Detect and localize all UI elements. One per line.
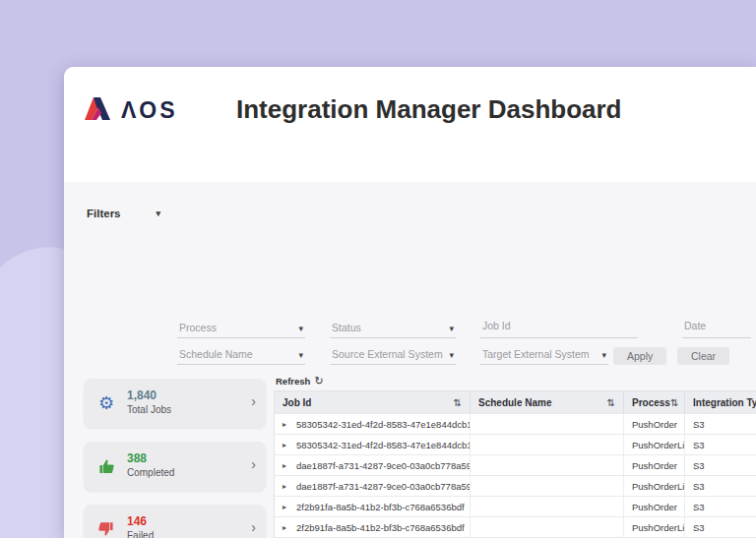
refresh-control[interactable]: Refresh ↻ bbox=[276, 375, 324, 388]
table-row[interactable]: ▸ 2f2b91fa-8a5b-41b2-bf3b-c768a6536bdf P… bbox=[275, 496, 756, 516]
status-select[interactable]: Status ▾ bbox=[330, 317, 456, 338]
source-external-system-select[interactable]: Source External System ▾ bbox=[330, 343, 456, 365]
filters-toggle[interactable]: Filters ▾ bbox=[87, 208, 160, 219]
cell-job-id: 2f2b91fa-8a5b-41b2-bf3b-c768a6536bdf bbox=[296, 522, 465, 533]
cell-job-id-wrap: ▸ dae1887f-a731-4287-9ce0-03a0cb778a59 bbox=[275, 455, 471, 475]
expand-icon[interactable]: ▸ bbox=[283, 441, 292, 449]
cell-integration-type: S3 bbox=[685, 435, 756, 454]
table-row[interactable]: ▸ 2f2b91fa-8a5b-41b2-bf3b-c768a6536bdf P… bbox=[275, 516, 756, 537]
target-external-system-value: Target External System bbox=[482, 348, 590, 360]
expand-icon[interactable]: ▸ bbox=[283, 482, 292, 491]
logo-text: ΛOS bbox=[121, 97, 178, 124]
chevron-down-icon: ▾ bbox=[449, 350, 454, 360]
table-row[interactable]: ▸ 58305342-31ed-4f2d-8583-47e1e844dcb1 P… bbox=[275, 434, 756, 454]
column-label: Integration Type bbox=[693, 397, 756, 408]
cell-job-id: 58305342-31ed-4f2d-8583-47e1e844dcb1 bbox=[296, 419, 471, 430]
chevron-right-icon: › bbox=[251, 393, 256, 409]
table-row[interactable]: ▸ dae1887f-a731-4287-9ce0-03a0cb778a59 P… bbox=[275, 475, 756, 496]
app-window: ΛOS Integration Manager Dashboard Filter… bbox=[64, 67, 756, 538]
page-title: Integration Manager Dashboard bbox=[236, 94, 622, 125]
chevron-down-icon: ▾ bbox=[601, 350, 606, 360]
chevron-down-icon: ▾ bbox=[298, 324, 303, 333]
sort-icon[interactable]: ⇅ bbox=[607, 397, 615, 408]
cell-integration-type: S3 bbox=[685, 517, 756, 537]
stat-card-completed[interactable]: 388 Completed › bbox=[84, 442, 266, 491]
schedule-name-select[interactable]: Schedule Name ▾ bbox=[177, 343, 305, 365]
column-header-integration-type[interactable]: Integration Type bbox=[685, 391, 756, 413]
apply-button[interactable]: Apply bbox=[613, 347, 666, 365]
column-label: Process bbox=[632, 397, 670, 408]
sort-icon[interactable]: ⇅ bbox=[670, 397, 678, 408]
stat-label: Failed bbox=[127, 530, 154, 538]
cell-integration-type: S3 bbox=[685, 414, 756, 434]
cell-integration-type: S3 bbox=[685, 476, 756, 496]
cell-process: PushOrderLi... bbox=[624, 435, 685, 454]
column-header-job-id[interactable]: Job Id ⇅ bbox=[275, 391, 471, 413]
stat-label: Total Jobs bbox=[127, 404, 171, 415]
table-row[interactable]: ▸ dae1887f-a731-4287-9ce0-03a0cb778a59 P… bbox=[275, 454, 756, 475]
job-id-input[interactable] bbox=[480, 317, 638, 338]
gears-icon: ⚙ bbox=[96, 393, 116, 413]
logo-mark-icon bbox=[84, 94, 113, 126]
expand-icon[interactable]: ▸ bbox=[283, 461, 292, 470]
thumbs-up-icon bbox=[96, 456, 116, 476]
column-label: Job Id bbox=[283, 397, 311, 408]
jobs-table: Job Id ⇅ Schedule Name ⇅ Process ⇅ Integ… bbox=[274, 390, 756, 538]
table-header-row: Job Id ⇅ Schedule Name ⇅ Process ⇅ Integ… bbox=[275, 391, 756, 413]
refresh-icon: ↻ bbox=[314, 375, 323, 388]
stat-value: 388 bbox=[127, 451, 147, 465]
chevron-right-icon: › bbox=[251, 519, 256, 535]
stat-card-failed[interactable]: 146 Failed › bbox=[84, 505, 266, 538]
thumbs-down-icon bbox=[96, 519, 116, 538]
expand-icon[interactable]: ▸ bbox=[283, 523, 292, 532]
source-external-system-value: Source External System bbox=[332, 348, 443, 360]
expand-icon[interactable]: ▸ bbox=[283, 420, 292, 429]
stat-value: 146 bbox=[127, 514, 147, 528]
stat-label: Completed bbox=[127, 467, 174, 478]
header: ΛOS Integration Manager Dashboard bbox=[64, 67, 756, 182]
cell-job-id-wrap: ▸ dae1887f-a731-4287-9ce0-03a0cb778a59 bbox=[275, 476, 471, 496]
cell-process: PushOrderLi... bbox=[624, 517, 685, 537]
chevron-down-icon: ▾ bbox=[449, 324, 454, 333]
cell-schedule-name bbox=[471, 497, 624, 516]
content-area: Filters ▾ Process ▾ Status ▾ Schedule Na… bbox=[64, 182, 756, 538]
stat-card-total-jobs[interactable]: ⚙ 1,840 Total Jobs › bbox=[84, 379, 266, 428]
cell-job-id: 58305342-31ed-4f2d-8583-47e1e844dcb1 bbox=[296, 440, 471, 450]
table-row[interactable]: ▸ 58305342-31ed-4f2d-8583-47e1e844dcb1 P… bbox=[275, 413, 756, 434]
date-input[interactable] bbox=[682, 317, 751, 338]
clear-button[interactable]: Clear bbox=[677, 347, 729, 365]
column-header-process[interactable]: Process ⇅ bbox=[624, 391, 685, 413]
refresh-label: Refresh bbox=[276, 376, 310, 387]
brand: ΛOS bbox=[84, 94, 178, 126]
schedule-name-select-value: Schedule Name bbox=[179, 348, 253, 360]
stat-value: 1,840 bbox=[127, 389, 157, 402]
cell-integration-type: S3 bbox=[685, 497, 756, 516]
cell-job-id: dae1887f-a731-4287-9ce0-03a0cb778a59 bbox=[296, 481, 471, 492]
target-external-system-select[interactable]: Target External System ▾ bbox=[480, 343, 608, 365]
chevron-down-icon: ▾ bbox=[298, 350, 303, 360]
process-select-value: Process bbox=[179, 322, 217, 333]
cell-job-id: dae1887f-a731-4287-9ce0-03a0cb778a59 bbox=[296, 460, 471, 471]
cell-job-id-wrap: ▸ 2f2b91fa-8a5b-41b2-bf3b-c768a6536bdf bbox=[275, 517, 471, 537]
chevron-right-icon: › bbox=[251, 456, 256, 472]
expand-icon[interactable]: ▸ bbox=[283, 503, 292, 511]
cell-process: PushOrder bbox=[624, 414, 685, 434]
cell-schedule-name bbox=[471, 517, 624, 537]
cell-job-id-wrap: ▸ 58305342-31ed-4f2d-8583-47e1e844dcb1 bbox=[275, 435, 471, 454]
filters-label: Filters bbox=[87, 208, 121, 219]
cell-schedule-name bbox=[471, 476, 624, 496]
cell-job-id-wrap: ▸ 2f2b91fa-8a5b-41b2-bf3b-c768a6536bdf bbox=[275, 497, 471, 516]
column-label: Schedule Name bbox=[478, 397, 551, 408]
cell-integration-type: S3 bbox=[685, 455, 756, 475]
sort-icon[interactable]: ⇅ bbox=[454, 397, 462, 408]
cell-process: PushOrder bbox=[624, 497, 685, 516]
cell-job-id: 2f2b91fa-8a5b-41b2-bf3b-c768a6536bdf bbox=[296, 502, 465, 512]
column-header-schedule-name[interactable]: Schedule Name ⇅ bbox=[471, 391, 624, 413]
cell-job-id-wrap: ▸ 58305342-31ed-4f2d-8583-47e1e844dcb1 bbox=[275, 414, 471, 434]
cell-schedule-name bbox=[471, 455, 624, 475]
process-select[interactable]: Process ▾ bbox=[177, 317, 305, 338]
cell-schedule-name bbox=[471, 435, 624, 454]
status-select-value: Status bbox=[332, 322, 361, 333]
cell-process: PushOrderLi... bbox=[624, 476, 685, 496]
cell-schedule-name bbox=[471, 414, 624, 434]
